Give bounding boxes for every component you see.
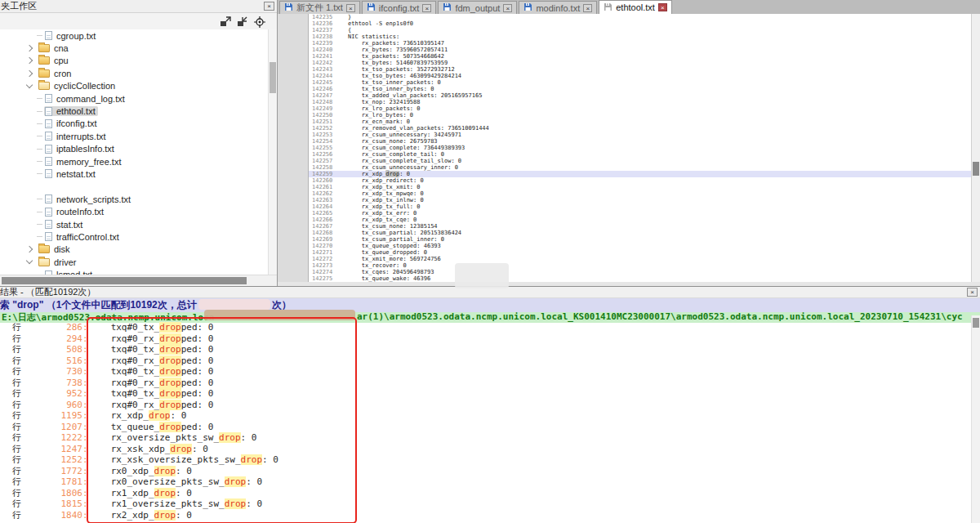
editor-line-number: 142239 [309,40,338,47]
workspace-vertical-scrollbar[interactable] [268,29,277,275]
tab-ethtool.txt[interactable]: ethtool.txt× [599,0,672,14]
tab-label: ethtool.txt [616,2,655,12]
editor-line: 142263 rx_xdp_tx_inlnw: 0 [309,197,972,203]
workspace-toolbar [0,13,277,31]
tree-item-label: trafficControl.txt [56,232,119,242]
editor-line-number: 142241 [309,53,338,60]
tree-item-driver[interactable]: driver [0,256,269,268]
tree-item-inner: memory_free.txt [44,157,123,167]
tree-item-stat-txt[interactable]: stat.txt [0,218,269,230]
editor-line-number: 142257 [309,158,338,164]
result-line-number: 1772 [33,466,82,476]
folder-icon [38,44,50,52]
collapse-all-icon[interactable] [237,16,248,28]
editor-line-text: rx_xdp_tx_mpwqe: 0 [338,190,972,197]
file-icon [45,119,52,128]
workspace-tree: cgroup.txtcnacpucroncyclicCollectioncomm… [0,29,269,275]
tab-fdm_output[interactable]: fdm_output× [438,1,517,14]
chevron-right-icon[interactable] [26,70,33,77]
file-icon [45,132,52,141]
workspace-horizontal-scrollbar[interactable] [0,275,277,286]
result-line-number: 738 [33,378,82,388]
tree-item-memory_free-txt[interactable]: memory_free.txt [0,155,269,168]
tree-item-inner: cyclicCollection [38,81,118,91]
tab-modinfo.txt[interactable]: modinfo.txt× [519,1,597,14]
editor-vertical-scrollbar[interactable] [971,14,980,282]
editor-line-number: 142243 [309,66,338,73]
chevron-right-icon[interactable] [26,45,33,51]
tree-item-cna[interactable]: cna [0,42,269,54]
tree-item-cpu[interactable]: cpu [0,55,269,67]
result-line-number: 952 [33,388,82,399]
tree-item-cgroup-txt[interactable]: cgroup.txt [0,29,269,42]
tab-close-icon[interactable]: × [658,3,667,11]
tab-ifconfig.txt[interactable]: ifconfig.txt× [362,1,437,14]
results-close-icon[interactable]: × [967,288,978,297]
tree-item-disk[interactable]: disk [0,244,269,256]
editor-line-number: 142262 [309,190,338,197]
editor-line: 142248 tx_nop: 232419588 [309,99,972,105]
editor-line: 142258 rx_csum_unnecessary_inner: 0 [309,164,972,171]
editor-line: 142241 tx_packets: 507354668642 [309,53,972,60]
tree-item-netstat-txt[interactable]: netstat.txt [0,168,269,180]
tree-item-network_scripts-txt[interactable]: network_scripts.txt [0,193,269,205]
tab-close-icon[interactable]: × [346,4,355,12]
editor-line: 142257 rx_csum_complete_tail_slow: 0 [309,158,972,164]
tree-item-label: memory_free.txt [56,157,121,167]
tree-item-interrupts-txt[interactable]: interrupts.txt [0,130,269,142]
tree-item-cron[interactable]: cron [0,67,269,79]
tab-label: 新文件 1.txt [296,2,343,14]
editor-line-number: 142264 [309,203,338,210]
chevron-down-icon[interactable] [26,257,33,264]
tree-item-ethtool-txt[interactable]: ethtool.txt [0,105,269,117]
tree-item-iptablesInfo-txt[interactable]: iptablesInfo.txt [0,143,269,155]
editor-line-number: 142235 [309,14,338,20]
editor-line: 142255 rx_csum_complete: 736449389393 [309,145,972,151]
editor-line-text: rx_csum_none: 26759783 [338,138,972,145]
workspace-close-icon[interactable]: × [264,2,274,11]
editor-line-text: { [338,27,972,34]
tab-新文件-1.txt[interactable]: 新文件 1.txt× [279,1,360,14]
editor-line-number: 142244 [309,73,338,79]
tree-item-command_log-txt[interactable]: command_log.txt [0,92,269,105]
tree-item-cyclicCollection[interactable]: cyclicCollection [0,80,269,92]
result-line-number: 286 [33,322,82,333]
editor-line: 142238NIC statistics: [309,34,972,40]
tree-item-routeInfo-txt[interactable]: routeInfo.txt [0,205,269,217]
redaction-blob-editor [455,263,509,288]
tree-item-inner: cna [38,43,71,53]
tree-connector-line [37,212,42,212]
editor-line-number: 142236 [309,20,338,27]
tree-item-inner: interrupts.txt [44,132,109,141]
folder-icon [38,56,50,65]
results-vertical-scrollbar[interactable] [971,315,980,523]
tab-close-icon[interactable]: × [503,4,512,12]
tree-connector-line [37,123,42,124]
editor-body[interactable]: 142235}142236ethtool -S enp1s0f0142237{1… [278,14,972,282]
search-summary-prefix: 索 "drop" （1个文件中匹配到10192次，总计 [0,298,197,312]
chevron-down-icon[interactable] [26,82,33,88]
locate-file-icon[interactable] [254,16,265,28]
editor-line-number: 142268 [309,230,338,236]
editor-line-number: 142250 [309,112,338,118]
editor-line-number: 142248 [309,99,338,105]
file-icon [45,220,52,229]
editor-line-text: tx_queue_wake: 46396 [338,275,972,282]
tab-close-icon[interactable]: × [583,4,592,12]
tab-close-icon[interactable]: × [422,4,431,12]
editor-line-text: rx_xdp_tx_err: 0 [338,210,972,217]
tree-item-label: cron [54,69,71,78]
editor-line: 142239 rx_packets: 736510395147 [309,40,972,47]
tree-redacted-row [0,181,269,193]
editor-line: 142272 tx_xmit_more: 569724756 [309,256,972,262]
tree-item-trafficControl-txt[interactable]: trafficControl.txt [0,230,269,243]
editor-line: 142275 tx_queue_wake: 46396 [309,275,972,282]
chevron-right-icon[interactable] [26,246,33,253]
editor-line-text: rx_packets: 736510395147 [338,40,972,47]
editor-line-text: tx_nop: 232419588 [338,99,972,105]
chevron-right-icon[interactable] [26,57,33,64]
code-pane[interactable]: 142235}142236ethtool -S enp1s0f0142237{1… [309,14,972,282]
search-summary-line[interactable]: 索 "drop" （1个文件中匹配到10192次，总计次） [0,298,980,312]
expand-all-icon[interactable] [220,16,231,28]
tree-item-ifconfig-txt[interactable]: ifconfig.txt [0,118,269,130]
